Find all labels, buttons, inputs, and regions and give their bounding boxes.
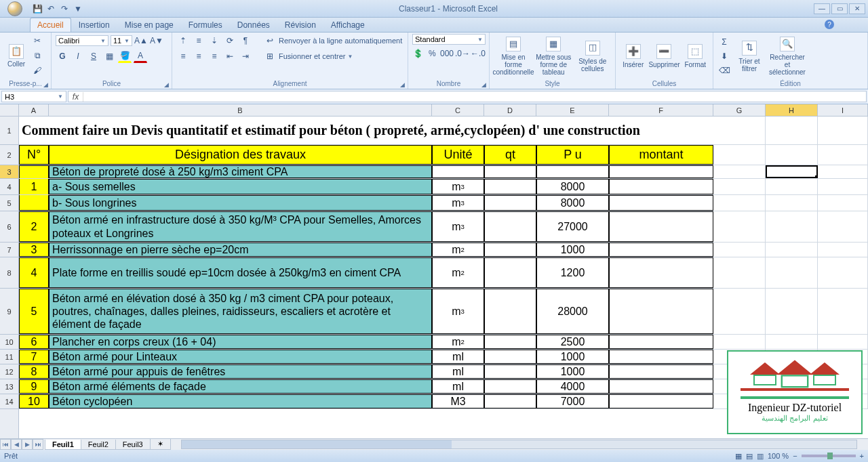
cell-no[interactable]: 8 [19,364,49,379]
format-painter-icon[interactable]: 🖌 [31,64,44,77]
sheet-tab[interactable]: Feuil2 [81,440,116,450]
delete-cells-button[interactable]: ➖Supprimer [648,34,679,79]
cell-pu[interactable]: 8000 [536,179,609,194]
cell-unit[interactable]: m3 [432,195,484,211]
zoom-slider[interactable] [802,455,856,457]
cell[interactable] [766,179,818,194]
cell-montant[interactable] [609,289,713,334]
text-direction-icon[interactable]: ¶ [239,34,252,47]
tab-nav-last-icon[interactable]: ⏭ [33,439,43,450]
cell-qt[interactable] [484,364,536,379]
col-header-f[interactable]: F [609,104,713,116]
font-color-button[interactable]: A [134,49,147,63]
cell-montant[interactable] [609,165,713,178]
row-header[interactable]: 12 [0,364,18,379]
view-layout-icon[interactable]: ▤ [746,452,753,461]
cell-unit[interactable]: m3 [432,179,484,194]
cell-unit[interactable]: ml [432,364,484,379]
cell-qt[interactable] [484,243,536,257]
cell[interactable] [713,289,766,334]
cell-qt[interactable] [484,394,536,408]
format-cells-button[interactable]: ⬚Format [682,34,709,79]
col-header-c[interactable]: C [432,104,484,116]
cell-designation[interactable]: Béton armé en élévation dosé à 350 kg / … [49,289,432,334]
row-header[interactable]: 8 [0,257,18,289]
cell-montant[interactable] [609,211,713,242]
cell-unit[interactable]: m2 [432,243,484,257]
cell-designation[interactable]: Herrissonnage en pierre sèche ep=20cm [49,243,432,257]
select-all-corner[interactable] [0,104,19,116]
row-header[interactable]: 6 [0,211,18,243]
percent-icon[interactable]: % [427,47,439,60]
fill-color-button[interactable]: 🪣 [118,49,132,63]
header-no[interactable]: N° [19,145,49,165]
bold-button[interactable]: G [56,49,69,63]
maximize-button[interactable]: ▭ [831,3,848,14]
row-header[interactable]: 1 [0,117,18,145]
cell-pu[interactable]: 1000 [536,350,609,364]
underline-button[interactable]: S [87,49,100,63]
fx-icon[interactable]: fx [68,92,83,102]
cell-no[interactable] [19,195,49,211]
close-button[interactable]: ✕ [849,3,865,14]
cell-pu[interactable]: 27000 [536,211,609,242]
cell[interactable] [818,165,868,178]
cell-no[interactable]: 2 [19,211,49,242]
office-button[interactable] [0,0,30,18]
cell[interactable] [818,257,868,288]
align-center-icon[interactable]: ≡ [192,49,205,63]
selected-cell[interactable] [766,165,818,178]
cell[interactable] [713,117,766,144]
cell[interactable] [818,179,868,194]
sheet-tab[interactable]: Feuil3 [115,440,151,450]
cell[interactable] [766,145,818,165]
cell-montant[interactable] [609,243,713,257]
col-header-e[interactable]: E [536,104,609,116]
row-header[interactable]: 4 [0,179,18,195]
cell-designation[interactable]: Béton de propreté dosé à 250 kg/m3 cimen… [49,165,432,178]
cell[interactable] [766,117,818,144]
tab-affichage[interactable]: Affichage [323,18,372,32]
cell[interactable] [818,117,868,144]
zoom-out-icon[interactable]: − [793,452,797,460]
cell[interactable] [766,335,818,349]
row-header[interactable]: 13 [0,379,18,394]
indent-decrease-icon[interactable]: ⇤ [223,49,237,63]
align-bottom-icon[interactable]: ⇣ [208,34,221,47]
cell-designation[interactable]: Béton armé pour Linteaux [49,350,432,364]
clear-icon[interactable]: ⌫ [717,64,731,77]
cell-qt[interactable] [484,379,536,394]
cell[interactable] [713,243,766,257]
view-normal-icon[interactable]: ▦ [735,452,742,461]
cells-area[interactable]: Comment faire un Devis quantitatif et es… [19,117,868,438]
wrap-text-label[interactable]: Renvoyer à la ligne automatiquement [279,37,402,45]
cell[interactable] [818,335,868,349]
cell-no[interactable]: 9 [19,379,49,394]
launcher-icon[interactable]: ◢ [43,81,48,88]
cell-no[interactable]: 7 [19,350,49,364]
cell-designation[interactable]: Béton armé éléments de façade [49,379,432,394]
cell-no[interactable]: 4 [19,257,49,288]
tab-nav-next-icon[interactable]: ▶ [22,439,33,450]
col-header-g[interactable]: G [713,104,766,116]
fill-icon[interactable]: ⬇ [717,49,731,63]
align-left-icon[interactable]: ≡ [176,49,190,63]
cell-qt[interactable] [484,165,536,178]
cell-no[interactable]: 5 [19,289,49,334]
row-header[interactable]: 14 [0,394,18,409]
zoom-in-icon[interactable]: + [860,452,864,460]
cell-qt[interactable] [484,211,536,242]
currency-icon[interactable]: 💲 [412,47,425,60]
cell-qt[interactable] [484,257,536,288]
cell-no[interactable]: 6 [19,335,49,349]
shrink-font-icon[interactable]: A▼ [150,34,163,47]
cell-designation[interactable]: Plate forme en treillis soudé ep=10cm do… [49,257,432,288]
cell[interactable] [713,335,766,349]
row-header[interactable]: 11 [0,350,18,364]
cell[interactable] [818,145,868,165]
cell-qt[interactable] [484,350,536,364]
border-button[interactable]: ▦ [102,49,116,63]
cell-unit[interactable]: m2 [432,335,484,349]
redo-icon[interactable]: ↷ [60,4,69,14]
cell[interactable] [818,289,868,334]
